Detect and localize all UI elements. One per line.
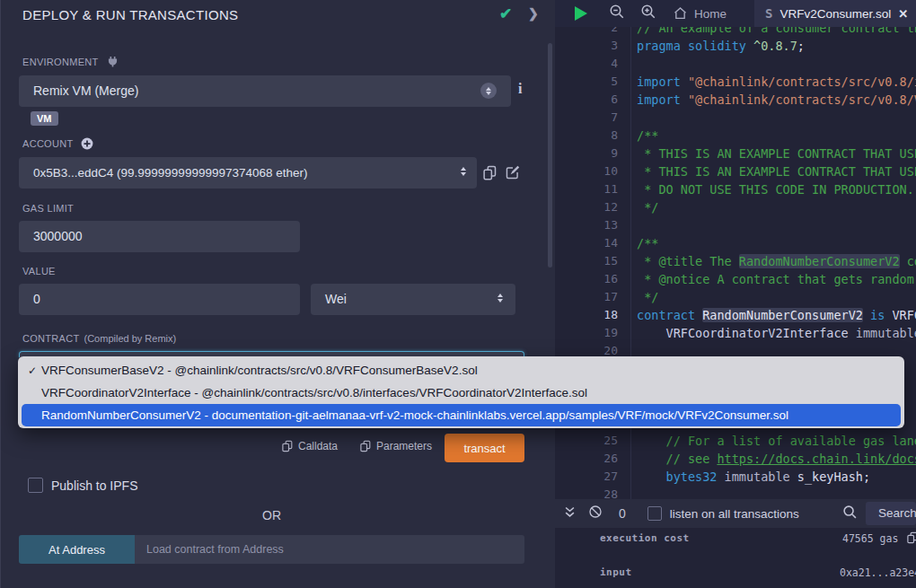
- calldata-action[interactable]: Calldata: [282, 440, 338, 452]
- account-label: ACCOUNT: [22, 138, 74, 149]
- panel-scrollbar[interactable]: [548, 43, 552, 268]
- gas-limit-input[interactable]: 3000000: [19, 221, 300, 252]
- contract-sublabel: (Compiled by Remix): [84, 333, 177, 344]
- dropdown-option-vrfcoordinator[interactable]: VRFCoordinatorV2Interface - @chainlink/c…: [18, 382, 904, 404]
- account-value: 0x5B3...eddC4 (99.99999999999997374068 e…: [33, 166, 308, 180]
- chevron-right-icon[interactable]: ❯: [528, 6, 539, 21]
- dropdown-option-label: RandomNumberConsumerV2 - documentation-g…: [41, 408, 788, 422]
- collapse-terminal-icon[interactable]: [564, 505, 576, 522]
- copy-icon[interactable]: [907, 531, 916, 548]
- listen-count: 0: [619, 506, 626, 521]
- zoom-out-icon[interactable]: [609, 4, 625, 23]
- at-address-placeholder: Load contract from Address: [146, 543, 284, 556]
- or-divider: OR: [19, 508, 524, 522]
- tab-vrfv2consumer[interactable]: S VRFv2Consumer.sol ✕: [754, 0, 916, 27]
- chevron-updown-icon: [498, 294, 503, 303]
- listen-all-checkbox[interactable]: [647, 506, 662, 521]
- listen-all-label: listen on all transactions: [670, 507, 799, 521]
- edit-icon[interactable]: [506, 165, 520, 180]
- run-script-icon[interactable]: [575, 6, 587, 21]
- copy-icon[interactable]: [483, 165, 497, 180]
- gas-limit-value: 3000000: [33, 229, 83, 243]
- value-unit-select[interactable]: Wei: [311, 284, 515, 315]
- dropdown-option-randomnumberconsumer[interactable]: RandomNumberConsumerV2 - documentation-g…: [22, 404, 901, 426]
- term-row-label: execution cost: [600, 532, 690, 544]
- term-row-value: 47565 gas: [842, 532, 898, 545]
- publish-ipfs-label: Publish to IPFS: [51, 478, 138, 493]
- zoom-in-icon[interactable]: [640, 4, 656, 23]
- environment-label: ENVIRONMENT: [22, 57, 99, 67]
- calldata-label: Calldata: [298, 440, 338, 452]
- value-amount: 0: [33, 292, 40, 306]
- terminal-toolbar: 0 listen on all transactions Search: [555, 499, 916, 528]
- clear-console-icon[interactable]: [588, 505, 603, 522]
- close-icon[interactable]: ✕: [898, 7, 908, 21]
- check-icon: ✔: [499, 4, 512, 23]
- plus-circle-icon[interactable]: [81, 137, 93, 150]
- terminal-search-input[interactable]: Search: [866, 502, 916, 525]
- code-lines: 2// An example of a consumer contract th…: [555, 27, 916, 499]
- value-input[interactable]: 0: [19, 284, 300, 315]
- parameters-label: Parameters: [376, 440, 432, 452]
- account-select[interactable]: 0x5B3...eddC4 (99.99999999999997374068 e…: [19, 157, 477, 189]
- copy-icon: [360, 440, 371, 452]
- terminal-log[interactable]: execution cost 47565 gas input 0xa21...a…: [555, 528, 916, 588]
- check-icon: ✓: [28, 364, 37, 377]
- home-icon: [673, 6, 688, 21]
- dropdown-option-vrfconsumerbase[interactable]: ✓ VRFConsumerBaseV2 - @chainlink/contrac…: [18, 359, 904, 382]
- vm-badge: VM: [31, 111, 58, 126]
- solidity-icon: S: [765, 6, 772, 21]
- terminal-search-text: Search: [878, 506, 916, 520]
- plug-icon: [107, 56, 119, 67]
- value-unit: Wei: [325, 292, 347, 306]
- transact-button[interactable]: transact: [445, 434, 524, 462]
- search-icon: [842, 505, 858, 523]
- code-editor[interactable]: 2// An example of a consumer contract th…: [555, 27, 916, 499]
- dropdown-option-label: VRFCoordinatorV2Interface - @chainlink/c…: [41, 386, 587, 399]
- at-address-input[interactable]: Load contract from Address: [135, 535, 524, 564]
- at-address-button[interactable]: At Address: [19, 535, 135, 564]
- copy-icon: [282, 440, 293, 452]
- info-icon[interactable]: i: [518, 81, 522, 97]
- dropdown-option-label: VRFConsumerBaseV2 - @chainlink/contracts…: [41, 364, 478, 377]
- panel-title: DEPLOY & RUN TRANSACTIONS: [22, 7, 238, 22]
- contract-label: CONTRACT: [22, 333, 80, 344]
- contract-dropdown: ✓ VRFConsumerBaseV2 - @chainlink/contrac…: [18, 356, 904, 428]
- tab-home-label: Home: [694, 7, 727, 21]
- environment-select[interactable]: Remix VM (Merge): [19, 75, 511, 107]
- deploy-run-panel: DEPLOY & RUN TRANSACTIONS ✔ ❯ ENVIRONMEN…: [0, 0, 555, 588]
- tab-home[interactable]: Home: [673, 6, 727, 21]
- publish-ipfs-checkbox[interactable]: [28, 478, 43, 493]
- value-label: VALUE: [22, 266, 56, 276]
- term-row-value: 0xa21...a23e4: [840, 566, 916, 579]
- chevron-updown-icon: [480, 83, 497, 99]
- parameters-action[interactable]: Parameters: [360, 440, 432, 452]
- tab-title: VRFv2Consumer.sol: [779, 7, 891, 21]
- environment-value: Remix VM (Merge): [33, 83, 138, 98]
- term-row-label: input: [600, 566, 632, 578]
- remix-window: DEPLOY & RUN TRANSACTIONS ✔ ❯ ENVIRONMEN…: [0, 0, 916, 588]
- gas-limit-label: GAS LIMIT: [22, 203, 74, 214]
- editor-tab-bar: Home S VRFv2Consumer.sol ✕: [555, 0, 916, 27]
- chevron-updown-icon: [461, 167, 466, 176]
